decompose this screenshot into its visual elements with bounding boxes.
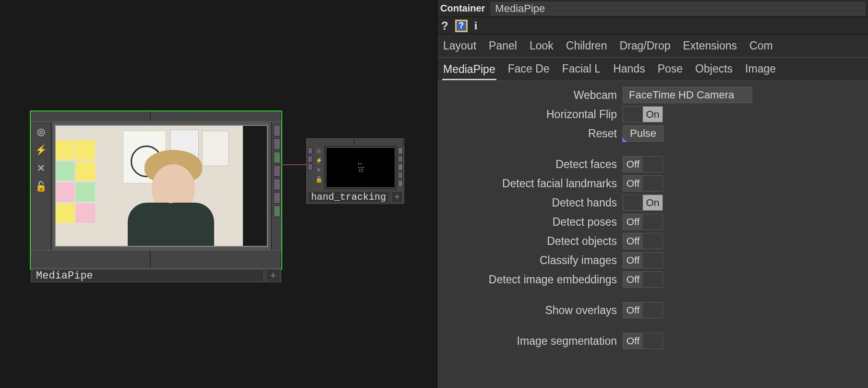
input-port[interactable] <box>308 147 313 154</box>
toggle-on-side <box>643 333 663 349</box>
target-icon[interactable]: ◎ <box>316 147 321 154</box>
tab-mediapipe[interactable]: MediaPipe <box>442 59 496 81</box>
help-icon[interactable]: ? <box>441 19 448 33</box>
tab-dragdrop[interactable]: Drag/Drop <box>618 36 671 57</box>
tab-hands[interactable]: Hands <box>612 59 646 80</box>
close-icon[interactable]: ✕ <box>35 162 47 174</box>
toggle-off-side: Off <box>623 214 643 230</box>
tab-pose[interactable]: Pose <box>657 59 684 80</box>
param-label-poses: Detect poses <box>437 216 623 229</box>
node-footer-bar <box>31 251 281 268</box>
node-tool-column: ◎ ⚡ ✕ 🔓 <box>31 122 52 250</box>
toggle-on-side <box>643 176 663 191</box>
tab-facial[interactable]: Facial L <box>561 59 602 80</box>
output-port[interactable] <box>398 147 403 154</box>
tab-objects[interactable]: Objects <box>694 59 734 80</box>
toggle-on-side <box>643 272 663 287</box>
toggle-off-side: Off <box>623 157 643 172</box>
node-tabbar <box>307 139 404 146</box>
parameter-panel: Container MediaPipe ? ? i Layout Panel L… <box>437 0 868 388</box>
operator-name-field[interactable]: MediaPipe <box>491 2 865 15</box>
input-port[interactable] <box>308 156 313 162</box>
detect-facial-landmarks-toggle[interactable]: Off <box>623 175 663 192</box>
close-icon[interactable]: ✕ <box>316 167 321 173</box>
tab-extensions[interactable]: Extensions <box>682 36 738 57</box>
input-port[interactable] <box>308 164 313 170</box>
param-label-seg: Image segmentation <box>437 335 623 348</box>
image-segmentation-toggle[interactable]: Off <box>623 333 663 349</box>
toggle-off-side: Off <box>623 253 643 268</box>
output-port[interactable] <box>274 152 280 163</box>
param-label-flm: Detect facial landmarks <box>437 177 623 190</box>
param-label-reset: Reset <box>437 127 623 140</box>
param-label-hands: Detect hands <box>437 196 623 209</box>
hflip-toggle[interactable]: On <box>623 106 663 122</box>
toggle-on-side: On <box>643 107 663 122</box>
tab-common[interactable]: Com <box>748 36 774 57</box>
toggle-off-side: Off <box>623 272 643 287</box>
add-icon[interactable]: + <box>266 269 280 282</box>
toggle-on-side <box>643 214 663 230</box>
node-name-field[interactable]: MediaPipe <box>32 269 264 282</box>
toggle-off-side <box>623 195 643 210</box>
toggle-off-side <box>623 107 643 122</box>
bolt-icon[interactable]: ⚡ <box>35 144 47 156</box>
node-tool-column: ◎ ⚡ ✕ 🔓 <box>313 146 324 190</box>
node-mediapipe-viewer <box>52 122 271 250</box>
help-box-icon[interactable]: ? <box>455 20 468 32</box>
toggle-on-side <box>643 233 663 249</box>
output-port[interactable] <box>274 179 280 190</box>
node-input-ports <box>307 146 313 190</box>
param-label-webcam: Webcam <box>437 89 623 102</box>
tab-children[interactable]: Children <box>565 36 608 57</box>
detect-faces-toggle[interactable]: Off <box>623 156 663 172</box>
tab-panel[interactable]: Panel <box>488 36 518 57</box>
node-output-ports <box>271 122 281 250</box>
tab-image[interactable]: Image <box>744 59 777 80</box>
info-icon[interactable]: i <box>474 19 478 32</box>
reset-pulse-button[interactable]: Pulse <box>623 125 663 142</box>
target-icon[interactable]: ◎ <box>35 126 47 137</box>
show-overlays-toggle[interactable]: Off <box>623 302 663 318</box>
hand-tracking-preview: · ··.·.· · · <box>326 147 395 188</box>
output-port[interactable] <box>398 164 403 170</box>
operator-type-label: Container <box>440 3 485 14</box>
param-label-classify: Classify images <box>437 254 623 267</box>
network-canvas[interactable]: ◎ ⚡ ✕ 🔓 <box>0 0 437 388</box>
output-port[interactable] <box>274 192 280 204</box>
tab-facedetect[interactable]: Face De <box>507 59 551 80</box>
node-output-ports <box>397 146 404 190</box>
node-name-field[interactable]: hand_tracking <box>308 191 389 203</box>
detect-poses-toggle[interactable]: Off <box>623 214 663 230</box>
output-port[interactable] <box>398 180 403 187</box>
output-port[interactable] <box>274 165 280 177</box>
lock-icon[interactable]: 🔓 <box>35 181 47 192</box>
classify-images-toggle[interactable]: Off <box>623 252 663 268</box>
bolt-icon[interactable]: ⚡ <box>315 157 323 164</box>
detect-objects-toggle[interactable]: Off <box>623 233 663 249</box>
node-tab[interactable] <box>31 111 151 121</box>
param-label-hflip: Horizontal Flip <box>437 108 623 121</box>
node-wire <box>281 164 307 165</box>
toggle-off-side: Off <box>623 233 643 249</box>
output-port[interactable] <box>274 206 280 217</box>
output-port[interactable] <box>398 156 403 162</box>
image-embeddings-toggle[interactable]: Off <box>623 271 663 288</box>
hand-landmark-dots: · ··.·.· · · <box>358 162 363 173</box>
tab-look[interactable]: Look <box>529 36 555 57</box>
node-hand-tracking[interactable]: ◎ ⚡ ✕ 🔓 · ··.·.· · · hand_tracking + <box>306 138 404 204</box>
webcam-dropdown[interactable]: FaceTime HD Camera <box>623 87 752 103</box>
output-port[interactable] <box>274 138 280 150</box>
output-port[interactable] <box>274 125 280 136</box>
detect-hands-toggle[interactable]: On <box>623 194 663 211</box>
tab-row-outer: Layout Panel Look Children Drag/Drop Ext… <box>437 35 868 58</box>
toggle-on-side <box>643 157 663 172</box>
parameter-list: Webcam FaceTime HD Camera Horizontal Fli… <box>437 81 868 388</box>
node-tab[interactable] <box>151 111 281 121</box>
node-mediapipe[interactable]: ◎ ⚡ ✕ 🔓 <box>30 110 282 270</box>
output-port[interactable] <box>398 172 403 179</box>
add-icon[interactable]: + <box>391 191 403 203</box>
tab-layout[interactable]: Layout <box>442 36 477 57</box>
toggle-off-side: Off <box>623 176 643 191</box>
lock-icon[interactable]: 🔓 <box>315 176 323 183</box>
